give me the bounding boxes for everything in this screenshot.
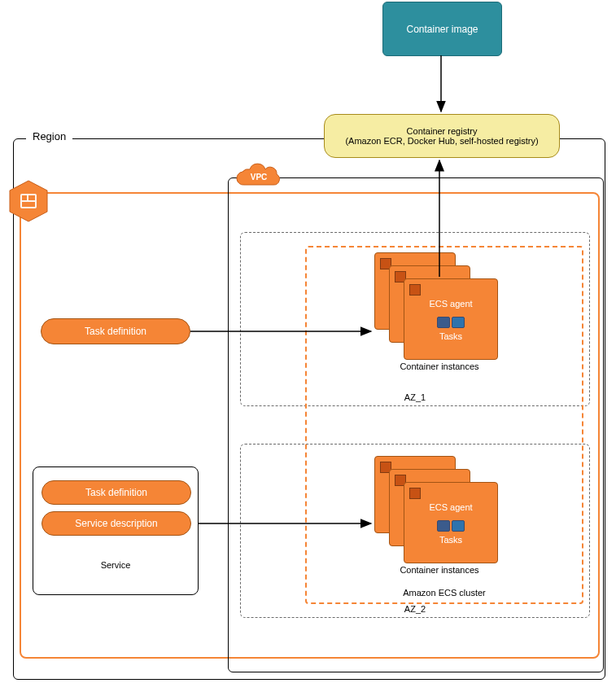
service-description: Service description — [42, 511, 191, 536]
container-instances-az2: ECS agent Tasks Container instances — [374, 456, 480, 562]
task-chips — [404, 520, 497, 533]
ecs-cluster-label: Amazon ECS cluster — [307, 588, 582, 598]
container-image: Container image — [382, 2, 502, 56]
container-instances-az1: ECS agent Tasks Container instances — [374, 252, 480, 358]
task-chip — [452, 317, 465, 328]
aws-ecs-icon — [7, 179, 50, 223]
container-instances-label: Container instances — [374, 565, 505, 575]
container-registry: Container registry (Amazon ECR, Docker H… — [324, 114, 560, 158]
architecture-diagram: Region VPC AZ_1 AZ_2 Amazon ECS cluster — [0, 0, 616, 692]
tasks-label: Tasks — [404, 331, 497, 341]
vpc-label: VPC — [251, 173, 268, 182]
service-label: Service — [33, 560, 199, 570]
service-description-label: Service description — [75, 518, 157, 529]
task-definition-label: Task definition — [85, 487, 147, 498]
ecs-agent-label: ECS agent — [404, 299, 497, 309]
svg-rect-2 — [22, 195, 27, 200]
svg-rect-4 — [22, 202, 35, 207]
container-icon — [409, 284, 421, 296]
svg-rect-3 — [28, 195, 35, 200]
task-chip — [452, 520, 465, 532]
registry-title: Container registry — [407, 126, 478, 136]
az2-label: AZ_2 — [241, 604, 589, 614]
ecs-agent-label: ECS agent — [404, 502, 497, 512]
task-definition-1: Task definition — [41, 318, 190, 344]
tasks-label: Tasks — [404, 535, 497, 545]
task-definition-label: Task definition — [85, 326, 146, 337]
registry-subtitle: (Amazon ECR, Docker Hub, self-hosted reg… — [345, 136, 538, 146]
container-image-label: Container image — [406, 24, 478, 35]
container-instances-label: Container instances — [374, 361, 505, 371]
task-chip — [437, 520, 450, 532]
task-chip — [437, 317, 450, 328]
vpc-icon: VPC — [236, 163, 283, 189]
task-definition-2: Task definition — [42, 480, 191, 505]
container-icon — [409, 488, 421, 499]
region-label: Region — [26, 130, 72, 142]
instance-card-front: ECS agent Tasks — [404, 278, 498, 360]
task-chips — [404, 317, 497, 330]
instance-card-front: ECS agent Tasks — [404, 482, 498, 563]
